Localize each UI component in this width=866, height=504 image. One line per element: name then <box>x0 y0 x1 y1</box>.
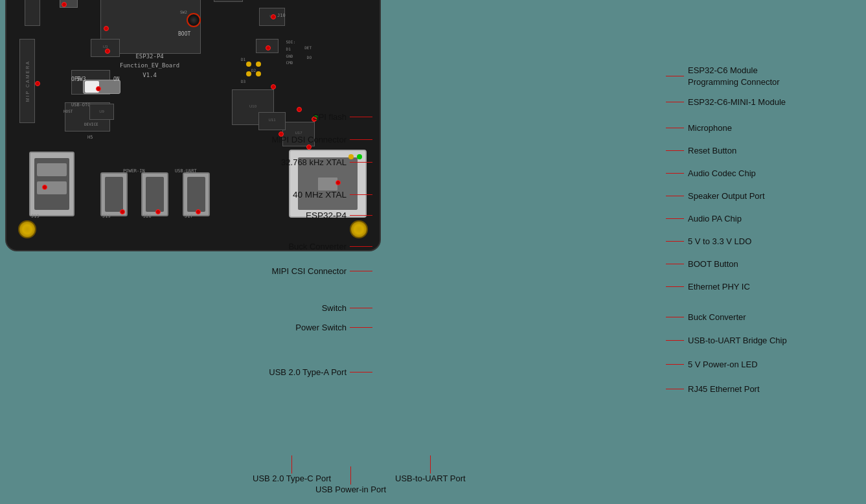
j20-label: J20 <box>143 214 152 219</box>
corner-hole-br <box>350 220 368 238</box>
xtal40-ann-line <box>350 194 372 196</box>
annotation-usb-powerin: USB Power-in Port <box>315 466 386 494</box>
host-label: HOST <box>63 109 73 113</box>
usb-uart-port-ann-text: USB-to-UART Port <box>395 474 466 483</box>
buck-right-ann-text: Buck Converter <box>688 312 746 322</box>
mipi-camera-label: MIP CAMERA <box>25 60 30 102</box>
usb-c-j17-inner <box>187 177 205 212</box>
audio-pa-ann-line <box>666 218 684 220</box>
usb-a-ann-text: USB 2.0 Type-A Port <box>269 367 347 377</box>
d2-label: D2 <box>251 68 256 73</box>
annotation-mipi-csi: MIPI CSI Connector <box>271 266 372 276</box>
mipi-csi-ann-line <box>350 271 372 272</box>
d3-label: D3 <box>241 79 245 84</box>
boot-button[interactable] <box>187 13 201 27</box>
usb-c-ann-vline <box>291 455 293 474</box>
switch-ann-text: Switch <box>322 303 347 313</box>
usb-powerin-ann-vline <box>350 466 352 485</box>
led-yellow-3 <box>246 71 251 76</box>
d1-label: D1 <box>241 57 245 62</box>
annotation-buck-left: Buck Converter <box>288 242 372 251</box>
j10-label: J10 <box>277 13 286 18</box>
usb-a-tab1 <box>37 163 67 176</box>
c6-prog-ann-line <box>666 76 684 77</box>
annotation-esp32p4: ESP32-P4 <box>306 211 372 220</box>
dot-usb-powerin <box>155 209 161 214</box>
xtal40-ann-text: 40 MHz XTAL <box>293 190 347 200</box>
rj45-ann-line <box>666 389 684 390</box>
audio-codec-ann-text: Audio Codec Chip <box>688 168 756 178</box>
on-label: ON <box>113 76 120 82</box>
annotation-rj45: RJ45 Ethernet Port <box>666 384 760 394</box>
usb-a-ann-line <box>350 372 372 373</box>
usb-uart-bridge-ann-text: USB-to-UART Bridge Chip <box>688 336 787 345</box>
board-version-text: V1.4 <box>120 71 179 80</box>
power-led-ann-text: 5 V Power-on LED <box>688 360 758 369</box>
j15-label: J15 <box>31 214 40 219</box>
annotation-xtal32: 32.768 kHz XTAL <box>281 157 372 167</box>
speaker-out-ann-line <box>666 196 684 197</box>
board-info: ESP32-P4 Function_EV_Board V1.4 <box>120 52 179 80</box>
annotation-c6-prog: ESP32-C6 ModuleProgramming Connector <box>666 65 780 87</box>
annotation-usb-uart-port: USB-to-UART Port <box>395 455 466 483</box>
buck-right-ann-line <box>666 317 684 318</box>
corner-hole-bl <box>18 220 36 238</box>
eth-phy-ann-text: Ethernet PHY IC <box>688 282 750 292</box>
dot-usb-a <box>42 185 47 190</box>
c6-mini-ann-text: ESP32-C6-MINI-1 Module <box>688 97 786 107</box>
chip-u9: U9 <box>89 104 114 120</box>
page-wrapper: J1 5V 5V GND 37 38 22 GND 5 4 GND NC 36 … <box>0 0 866 504</box>
usb-a-tab2 <box>37 181 67 194</box>
ldo-ann-line <box>666 241 684 242</box>
eth-phy-ann-line <box>666 286 684 288</box>
annotation-xtal40: 40 MHz XTAL <box>293 190 372 200</box>
xtal32-ann-text: 32.768 kHz XTAL <box>281 157 347 167</box>
j19-label: J19 <box>102 214 111 219</box>
device-label: DEVICE <box>84 122 98 126</box>
det-label: DET <box>304 45 312 50</box>
audio-pa-ann-text: Audio PA Chip <box>688 214 742 223</box>
annotation-ldo: 5 V to 3.3 V LDO <box>666 236 751 246</box>
off-label: OFF <box>71 76 80 82</box>
mipi-csi-ann-text: MIPI CSI Connector <box>271 266 347 276</box>
reset-ann-text: Reset Button <box>688 146 736 155</box>
annotation-usb-a: USB 2.0 Type-A Port <box>269 367 372 377</box>
h5-label: H5 <box>87 135 93 140</box>
annotation-boot-btn: BOOT Button <box>666 259 738 269</box>
c6-mini-ann-line <box>666 102 684 103</box>
annotation-audio-pa: Audio PA Chip <box>666 214 742 223</box>
annotation-c6-mini: ESP32-C6-MINI-1 Module <box>666 97 786 107</box>
annotation-eth-phy: Ethernet PHY IC <box>666 282 750 292</box>
annotation-microphone: Microphone <box>666 123 732 133</box>
boot-label: BOOT <box>178 31 190 37</box>
dot-usb-c-typec <box>120 209 125 214</box>
annotation-reset: Reset Button <box>666 146 736 155</box>
dot-usb-uart-bridge <box>306 144 312 150</box>
power-switch-ann-text: Power Switch <box>295 323 347 332</box>
chip-u9-label: U9 <box>90 109 113 113</box>
sw2-label: SW2 <box>180 10 187 14</box>
buck-converter-left: U3 <box>91 39 120 57</box>
spi-flash-ann-line <box>350 117 372 118</box>
led-yellow-4 <box>256 71 261 76</box>
mipi-dsi-ann-line <box>350 139 372 141</box>
annotation-switch: Switch <box>322 303 372 313</box>
mipi-dsi-ann-text: MIPI DSI Connector <box>271 135 347 144</box>
mipi-camera-connector: MIP CAMERA <box>19 39 35 123</box>
xtal32-ann-line <box>350 162 372 163</box>
annotation-buck-right: Buck Converter <box>666 312 746 322</box>
board-name-text: ESP32-P4 <box>120 52 179 61</box>
led-yellow-2 <box>256 62 261 67</box>
usb-uart-bridge-ann-line <box>666 340 684 341</box>
dot-mipi-csi <box>35 81 40 86</box>
switch-ann-line <box>350 308 372 309</box>
esp32p4-ann-line <box>350 215 372 216</box>
dot-rj45 <box>336 180 341 185</box>
annotation-spi-flash: SPI flash <box>313 112 372 122</box>
annotation-power-led: 5 V Power-on LED <box>666 360 758 369</box>
sdi-labels: SDI: D1 GND CMD <box>286 39 295 67</box>
rj45-tab <box>318 178 337 190</box>
annotation-speaker-out: Speaker Output Port <box>666 191 765 201</box>
annotation-mipi-dsi: MIPI DSI Connector <box>271 135 372 144</box>
microphone-ann-line <box>666 128 684 129</box>
